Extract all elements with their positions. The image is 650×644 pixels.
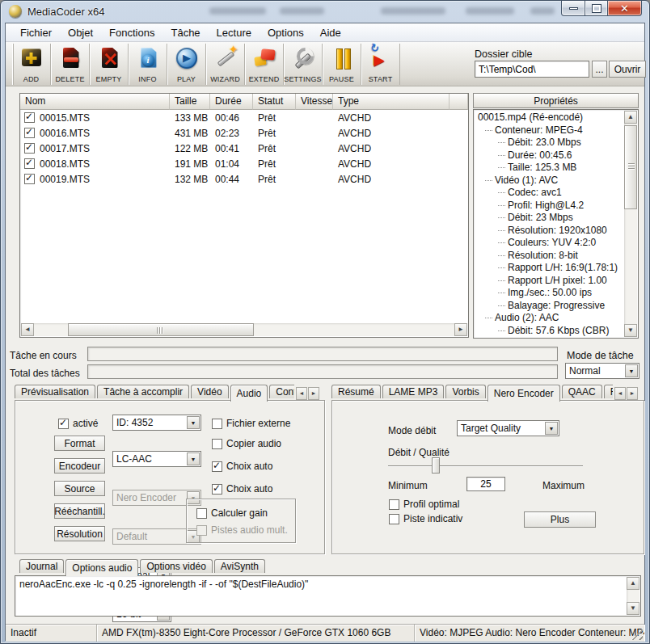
column-header[interactable]: Type xyxy=(333,94,450,110)
tabs-scroll-left-icon[interactable]: ◄ xyxy=(614,387,626,400)
tab[interactable]: Options audio xyxy=(65,559,138,576)
scroll-up-icon[interactable]: ▲ xyxy=(627,577,639,590)
format-select[interactable]: LC-AAC▼ xyxy=(112,451,201,467)
hscroll-thumb[interactable] xyxy=(68,323,254,336)
tab[interactable]: Résumé xyxy=(331,385,381,398)
column-header[interactable]: Nom xyxy=(20,94,170,110)
resample-button[interactable]: Rééchantill. xyxy=(54,503,105,519)
optimal-profile-checkbox[interactable] xyxy=(389,499,399,510)
resolution-button[interactable]: Résolution xyxy=(54,526,105,541)
property-node[interactable]: Img./sec.: 50.00 ips xyxy=(475,287,624,300)
auto-source-checkbox[interactable] xyxy=(212,484,222,495)
file-row[interactable]: 00016.MTS 431 MB 02:23 Prêt AVCHD xyxy=(20,125,468,141)
tabs-scroll-right-icon[interactable]: ► xyxy=(308,387,319,400)
tab[interactable]: Audio xyxy=(230,385,268,402)
property-node[interactable]: Codec: avc1 xyxy=(475,187,624,200)
toolbar-button[interactable]: EXTEND xyxy=(245,44,284,85)
property-node[interactable]: Audio (2): AAC xyxy=(475,312,624,325)
property-node[interactable]: Durée: 00:45.6 xyxy=(475,149,624,162)
toolbar-button[interactable]: INFO xyxy=(129,44,167,85)
property-node[interactable]: Rapport L/H: 16:9(1.78:1) xyxy=(475,262,624,275)
property-node[interactable]: Résolution: 8-bit xyxy=(475,250,624,263)
tab[interactable]: QAAC xyxy=(562,385,602,398)
maximize-button[interactable] xyxy=(585,1,607,16)
property-node[interactable]: Profil: High@L4.2 xyxy=(475,200,624,213)
source-button[interactable]: Source xyxy=(54,481,105,496)
column-header[interactable]: Vitesse xyxy=(296,94,333,110)
tab[interactable]: LAME MP3 xyxy=(382,385,445,398)
chevron-down-icon[interactable]: ▼ xyxy=(187,452,200,465)
tab[interactable]: Vidéo xyxy=(191,385,228,398)
toolbar-button[interactable]: START xyxy=(361,44,400,85)
task-mode-select[interactable]: Normal ▼ xyxy=(565,363,639,379)
file-checkbox[interactable] xyxy=(24,128,35,138)
property-node[interactable]: Taille: 125.3 MB xyxy=(475,162,624,175)
file-row[interactable]: 00019.MTS 132 MB 00:44 Prêt AVCHD xyxy=(20,171,468,187)
tab[interactable]: AviSynth xyxy=(214,559,265,573)
column-header[interactable]: Durée xyxy=(210,94,253,110)
track-id-select[interactable]: ID: 4352▼ xyxy=(112,415,201,431)
tab[interactable]: Journal xyxy=(19,559,64,573)
toolbar-button[interactable]: WIZARD xyxy=(206,44,245,85)
menu-item[interactable]: Objet xyxy=(60,25,101,40)
scroll-left-icon[interactable]: ◄ xyxy=(21,323,34,336)
close-button[interactable]: ✕ xyxy=(607,1,642,16)
property-node[interactable]: 00015.mp4 (Ré-encodé) xyxy=(475,112,624,124)
scroll-right-icon[interactable]: ► xyxy=(454,323,467,336)
encoder-button[interactable]: Encodeur xyxy=(54,458,105,474)
cue-track-checkbox[interactable] xyxy=(389,514,399,524)
scroll-down-icon[interactable]: ▼ xyxy=(624,324,637,337)
property-node[interactable]: Balayage: Progressive xyxy=(475,300,624,313)
vscroll-thumb[interactable] xyxy=(624,125,637,209)
quality-slider-thumb[interactable] xyxy=(432,457,440,474)
file-list-hscrollbar[interactable]: ◄ ► xyxy=(21,323,467,336)
file-checkbox[interactable] xyxy=(24,143,35,154)
file-checkbox[interactable] xyxy=(24,158,35,169)
commandline-vscrollbar[interactable]: ▲ ▼ xyxy=(627,577,639,615)
file-checkbox[interactable] xyxy=(24,112,35,123)
tabs-scroll-right-icon[interactable]: ► xyxy=(627,387,638,400)
minimize-button[interactable] xyxy=(561,1,585,16)
column-header[interactable]: Statut xyxy=(253,94,296,110)
menu-item[interactable]: Tâche xyxy=(162,25,208,40)
external-file-checkbox[interactable] xyxy=(212,419,222,429)
property-node[interactable]: Conteneur: MPEG-4 xyxy=(475,124,624,137)
property-node[interactable]: Débit: 23 Mbps xyxy=(475,212,624,225)
tab[interactable]: Nero Encoder xyxy=(488,385,560,402)
property-node[interactable]: Vidéo (1): AVC xyxy=(475,175,624,187)
menu-item[interactable]: Aide xyxy=(312,25,349,40)
properties-vscrollbar[interactable]: ▲ ▼ xyxy=(624,111,637,337)
copy-audio-checkbox[interactable] xyxy=(212,439,222,449)
audio-options-commandline[interactable]: neroAacEnc.exe -lc -q 0.25 -ignorelength… xyxy=(15,575,641,617)
format-button[interactable]: Format xyxy=(54,436,105,451)
tab[interactable]: Prévisualisation xyxy=(15,385,95,398)
title-bar[interactable]: MediaCoder x64 ✕ xyxy=(1,1,649,23)
menu-item[interactable]: Fonctions xyxy=(101,25,162,40)
tab[interactable]: Vorbis xyxy=(445,385,485,398)
menu-item[interactable]: Options xyxy=(260,25,312,40)
audio-enabled-checkbox[interactable] xyxy=(58,419,69,429)
tab[interactable]: Options vidéo xyxy=(140,559,212,573)
column-header[interactable]: Taille xyxy=(170,94,210,110)
property-node[interactable]: Couleurs: YUV 4:2:0 xyxy=(475,237,624,250)
file-checkbox[interactable] xyxy=(24,174,35,184)
file-row[interactable]: 00017.MTS 122 MB 00:41 Prêt AVCHD xyxy=(20,141,468,156)
file-row[interactable]: 00015.MTS 133 MB 00:46 Prêt AVCHD xyxy=(20,110,468,125)
auto-encoder-checkbox[interactable] xyxy=(212,461,222,472)
quality-value-input[interactable] xyxy=(466,477,505,491)
tabs-scroll-left-icon[interactable]: ◄ xyxy=(296,387,307,400)
property-node[interactable]: Débit: 23.0 Mbps xyxy=(475,137,624,149)
tab[interactable]: Conteneur xyxy=(269,385,294,398)
chevron-down-icon[interactable]: ▼ xyxy=(187,416,200,429)
toolbar-button[interactable]: PAUSE xyxy=(323,44,361,85)
menu-item[interactable]: Fichier xyxy=(12,25,60,40)
scroll-up-icon[interactable]: ▲ xyxy=(624,111,637,124)
tab[interactable]: Tâche à accomplir xyxy=(97,385,189,398)
chevron-down-icon[interactable]: ▼ xyxy=(545,422,558,435)
menu-item[interactable]: Lecture xyxy=(209,25,260,40)
tab[interactable]: FAAC xyxy=(604,385,613,398)
toolbar-button[interactable]: ADD xyxy=(12,44,51,85)
properties-header[interactable]: Propriétés xyxy=(473,93,639,108)
toolbar-button[interactable]: SETTINGS xyxy=(284,44,323,85)
more-button[interactable]: Plus xyxy=(524,511,596,528)
